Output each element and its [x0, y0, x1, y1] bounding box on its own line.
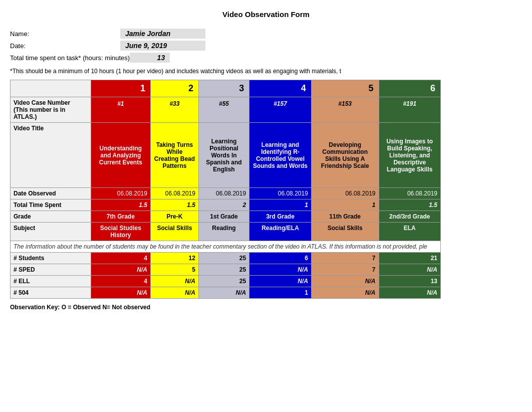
- title-4: Learning and Identifying R-Controlled Vo…: [249, 123, 312, 188]
- ell-1: 4: [91, 276, 150, 287]
- case-4: #157: [249, 97, 312, 123]
- sped-4: N/A: [249, 264, 312, 276]
- sped-2: 5: [150, 264, 198, 276]
- grade-5: 11th Grade: [311, 211, 379, 223]
- students-5: 7: [311, 253, 379, 264]
- col-num-2: 2: [150, 80, 198, 97]
- date-4: 06.08.2019: [249, 188, 312, 199]
- time-4: 1: [249, 199, 312, 211]
- col-num-3: 3: [198, 80, 249, 97]
- date-observed-row: Date Observed 06.08.2019 06.08.2019 06.0…: [11, 188, 441, 199]
- 504-3: N/A: [198, 287, 249, 299]
- 504-label: # 504: [11, 287, 91, 299]
- ell-4: N/A: [249, 276, 312, 287]
- title-1: Understanding and Analyzing Current Even…: [91, 123, 150, 188]
- time-2: 1.5: [150, 199, 198, 211]
- case-3: #55: [198, 97, 249, 123]
- time-1: 1.5: [91, 199, 150, 211]
- ell-3: 25: [198, 276, 249, 287]
- atlas-label: (This number is in ATLAS.): [14, 106, 88, 120]
- ell-2: N/A: [150, 276, 198, 287]
- subject-3: Reading: [198, 223, 249, 241]
- subject-4: Reading/ELA: [249, 223, 312, 241]
- subject-row: Subject Social Studies History Social Sk…: [11, 223, 441, 241]
- col-num-1: 1: [91, 80, 150, 97]
- 504-4: 1: [249, 287, 312, 299]
- date-3: 06.08.2019: [198, 188, 249, 199]
- date-5: 06.08.2019: [311, 188, 379, 199]
- 504-5: N/A: [311, 287, 379, 299]
- grade-2: Pre-K: [150, 211, 198, 223]
- 504-2: N/A: [150, 287, 198, 299]
- observation-key: Observation Key: O = Observed N= Not obs…: [10, 302, 522, 313]
- total-time-label: Total time spent on task* (hours: minute…: [10, 54, 130, 62]
- sped-1: N/A: [91, 264, 150, 276]
- column-number-row: 1 2 3 4 5 6: [11, 80, 441, 97]
- subject-5: Social Skills: [311, 223, 379, 241]
- time-5: 1: [311, 199, 379, 211]
- bottom-note: The information about the number of stud…: [11, 241, 441, 253]
- title-5: Developing Communication Skills Using A …: [311, 123, 379, 188]
- case-6: #191: [379, 97, 441, 123]
- grade-3: 1st Grade: [198, 211, 249, 223]
- students-2: 12: [150, 253, 198, 264]
- total-time-value: 13: [130, 53, 170, 63]
- time-6: 1.5: [379, 199, 441, 211]
- 504-6: N/A: [379, 287, 441, 299]
- name-value: Jamie Jordan: [120, 29, 205, 39]
- grade-label: Grade: [11, 211, 91, 223]
- subject-label: Subject: [11, 223, 91, 241]
- subject-2: Social Skills: [150, 223, 198, 241]
- sped-5: 7: [311, 264, 379, 276]
- case-number-row: Video Case Number (This number is in ATL…: [11, 97, 441, 123]
- subject-6: ELA: [379, 223, 441, 241]
- total-time-row: Total Time Spent 1.5 1.5 2 1 1 1.5: [11, 199, 441, 211]
- ell-6: 13: [379, 276, 441, 287]
- sped-label: # SPED: [11, 264, 91, 276]
- video-title-row: Video Title Understanding and Analyzing …: [11, 123, 441, 188]
- case-number-label: Video Case Number: [14, 99, 88, 106]
- ell-label: # ELL: [11, 276, 91, 287]
- ell-5: N/A: [311, 276, 379, 287]
- title-2: Taking Turns While Creating Bead Pattern…: [150, 123, 198, 188]
- sped-6: N/A: [379, 264, 441, 276]
- subject-1: Social Studies History: [91, 223, 150, 241]
- ell-row: # ELL 4 N/A 25 N/A N/A 13: [11, 276, 441, 287]
- 504-row: # 504 N/A N/A N/A 1 N/A N/A: [11, 287, 441, 299]
- bottom-note-row: The information about the number of stud…: [11, 241, 441, 253]
- date-label: Date:: [10, 42, 120, 50]
- sped-3: 25: [198, 264, 249, 276]
- grade-row: Grade 7th Grade Pre-K 1st Grade 3rd Grad…: [11, 211, 441, 223]
- case-1: #1: [91, 97, 150, 123]
- video-title-label: Video Title: [11, 123, 91, 188]
- date-value: June 9, 2019: [120, 41, 205, 51]
- page-title: Video Observation Form: [10, 10, 522, 19]
- time-3: 2: [198, 199, 249, 211]
- students-row: # Students 4 12 25 6 7 21: [11, 253, 441, 264]
- students-label: # Students: [11, 253, 91, 264]
- date-6: 06.08.2019: [379, 188, 441, 199]
- observation-table: 1 2 3 4 5 6 Video Case Number (This numb…: [10, 80, 441, 299]
- case-5: #153: [311, 97, 379, 123]
- col-num-6: 6: [379, 80, 441, 97]
- sped-row: # SPED N/A 5 25 N/A 7 N/A: [11, 264, 441, 276]
- 504-1: N/A: [91, 287, 150, 299]
- total-time-label-cell: Total Time Spent: [11, 199, 91, 211]
- grade-6: 2nd/3rd Grade: [379, 211, 441, 223]
- col-num-4: 4: [249, 80, 312, 97]
- students-6: 21: [379, 253, 441, 264]
- date-1: 06.08.2019: [91, 188, 150, 199]
- name-label: Name:: [10, 30, 120, 38]
- students-3: 25: [198, 253, 249, 264]
- title-6: Using Images to Build Speaking, Listenin…: [379, 123, 441, 188]
- date-observed-label: Date Observed: [11, 188, 91, 199]
- date-2: 06.08.2019: [150, 188, 198, 199]
- students-1: 4: [91, 253, 150, 264]
- grade-4: 3rd Grade: [249, 211, 312, 223]
- grade-1: 7th Grade: [91, 211, 150, 223]
- asterisk-note: *This should be a minimum of 10 hours (1…: [10, 68, 522, 75]
- col-num-5: 5: [311, 80, 379, 97]
- students-4: 6: [249, 253, 312, 264]
- title-3: Learning Positional Words In Spanish and…: [198, 123, 249, 188]
- case-2: #33: [150, 97, 198, 123]
